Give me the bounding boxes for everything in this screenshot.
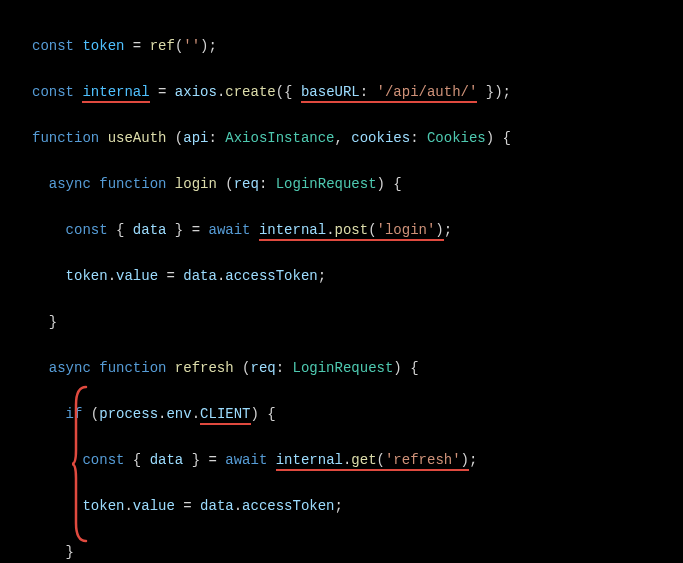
code-line: token.value = data.accessToken; — [32, 265, 683, 288]
keyword-const: const — [32, 38, 74, 54]
type-loginrequest: LoginRequest — [276, 176, 377, 192]
type-cookies: Cookies — [427, 130, 486, 146]
code-line: } — [32, 541, 683, 563]
fn-refresh: refresh — [175, 360, 234, 376]
call-internal-get-refresh: internal.get('refresh') — [276, 452, 469, 471]
fn-useauth: useAuth — [108, 130, 167, 146]
code-line: const { data } = await internal.get('ref… — [32, 449, 683, 472]
code-line: if (process.env.CLIENT) { — [32, 403, 683, 426]
fn-ref: ref — [150, 38, 175, 54]
obj-axios: axios — [175, 84, 217, 100]
fn-login: login — [175, 176, 217, 192]
fn-create: create — [225, 84, 275, 100]
code-line: async function login (req: LoginRequest)… — [32, 173, 683, 196]
var-internal: internal — [82, 84, 149, 103]
code-line: const { data } = await internal.post('lo… — [32, 219, 683, 242]
hand-drawn-brace-annotation — [70, 339, 88, 497]
call-internal-post-login: internal.post('login') — [259, 222, 444, 241]
code-line: const internal = axios.create({ baseURL:… — [32, 81, 683, 104]
code-line: token.value = data.accessToken; — [32, 495, 683, 518]
type-axiosinstance: AxiosInstance — [225, 130, 334, 146]
code-block: const token = ref(''); const internal = … — [0, 0, 683, 563]
var-token: token — [82, 38, 124, 54]
code-line: async function refresh (req: LoginReques… — [32, 357, 683, 380]
code-line: const token = ref(''); — [32, 35, 683, 58]
prop-baseurl: baseURL: '/api/auth/' — [301, 84, 477, 103]
env-client: CLIENT — [200, 406, 250, 425]
code-line: function useAuth (api: AxiosInstance, co… — [32, 127, 683, 150]
code-line: } — [32, 311, 683, 334]
